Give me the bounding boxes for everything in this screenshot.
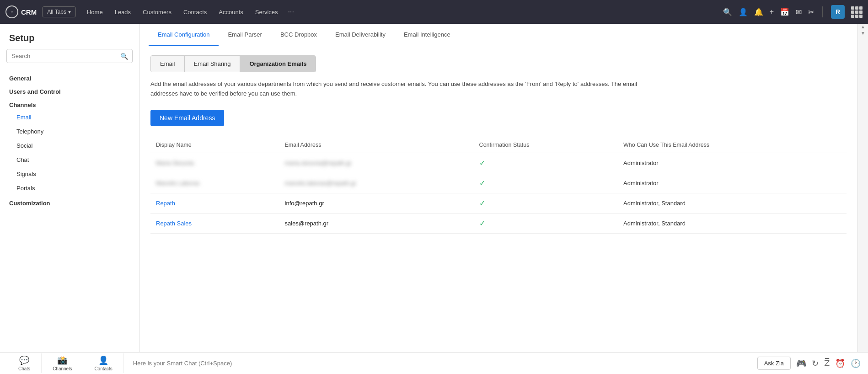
sidebar: Setup 🔍 General Users and Control Channe…: [0, 24, 139, 352]
calendar-icon[interactable]: 📅: [780, 8, 789, 16]
sidebar-title: Setup: [0, 24, 139, 49]
description-text: Add the email addresses of your various …: [150, 80, 654, 99]
blurred-email: manolis.laboras@repath.gr: [285, 180, 356, 187]
scroll-down-arrow[interactable]: ▼: [858, 30, 868, 37]
plus-icon[interactable]: +: [770, 8, 774, 16]
tab-email-parser[interactable]: Email Parser: [219, 24, 271, 46]
blurred-display-name: Maria Skounia: [156, 160, 194, 166]
search-input[interactable]: [6, 49, 133, 63]
email-table: Display Name Email Address Confirmation …: [150, 137, 847, 234]
bottom-chats[interactable]: 💬 Chats: [7, 353, 42, 373]
nav-home[interactable]: Home: [81, 6, 108, 18]
sidebar-item-telephony[interactable]: Telephony: [0, 124, 139, 139]
chats-label: Chats: [18, 366, 30, 371]
history-icon[interactable]: 🕐: [851, 358, 861, 369]
smart-chat-input[interactable]: [124, 360, 757, 367]
ask-zia-button[interactable]: Ask Zia: [757, 357, 791, 370]
bottom-contacts[interactable]: 👤 Contacts: [83, 353, 123, 373]
check-icon: ✓: [479, 159, 485, 167]
contacts-icon: 👤: [98, 355, 108, 365]
logo-icon: ○: [5, 5, 18, 18]
alarm-icon[interactable]: ⏰: [835, 358, 845, 369]
check-icon: ✓: [479, 219, 485, 227]
scroll-up-arrow[interactable]: ▲: [858, 24, 868, 30]
cell-email-address: info@repath.gr: [279, 193, 474, 213]
nav-more-dots[interactable]: ···: [284, 5, 298, 19]
nav-services[interactable]: Services: [250, 6, 284, 18]
top-navigation: ○ CRM All Tabs ▾ Home Leads Customers Co…: [0, 0, 868, 24]
sidebar-item-social[interactable]: Social: [0, 139, 139, 153]
top-tabs: Email Configuration Email Parser BCC Dro…: [139, 24, 857, 46]
table-row: Repath Salessales@repath.gr✓Administrato…: [150, 213, 847, 233]
cell-email-address: manolis.laboras@repath.gr: [279, 173, 474, 193]
email-address-value: info@repath.gr: [285, 200, 324, 207]
sidebar-section-users-control[interactable]: Users and Control: [0, 84, 139, 97]
channels-label: Channels: [53, 366, 72, 371]
scroll-arrows: ▲ ▼: [857, 24, 868, 352]
nav-right-actions: 🔍 👤 🔔 + 📅 ✉ ✂ R: [723, 5, 863, 19]
cell-display-name: Manolis Laboras: [150, 173, 279, 193]
crm-logo: ○ CRM: [5, 5, 37, 18]
content-body: Email Email Sharing Organization Emails …: [139, 46, 857, 352]
sidebar-item-signals[interactable]: Signals: [0, 167, 139, 181]
tab-email-deliverability[interactable]: Email Deliverability: [326, 24, 395, 46]
sidebar-item-email[interactable]: Email: [0, 110, 139, 124]
all-tabs-label: All Tabs: [47, 9, 66, 15]
table-row: Repathinfo@repath.gr✓Administrator, Stan…: [150, 193, 847, 213]
refresh-icon[interactable]: ↻: [812, 358, 819, 369]
tab-bcc-dropbox[interactable]: BCC Dropbox: [271, 24, 326, 46]
chevron-down-icon: ▾: [68, 9, 71, 15]
nav-customers[interactable]: Customers: [137, 6, 177, 18]
search-icon: 🔍: [120, 53, 128, 60]
bottom-channels[interactable]: 📸 Channels: [42, 353, 83, 373]
new-email-address-button[interactable]: New Email Address: [150, 110, 224, 126]
col-confirmation-status: Confirmation Status: [474, 137, 618, 153]
tab-email-intelligence[interactable]: Email Intelligence: [395, 24, 460, 46]
sidebar-section-customization[interactable]: Customization: [0, 195, 139, 208]
cell-email-address: sales@repath.gr: [279, 213, 474, 233]
nav-leads[interactable]: Leads: [109, 6, 136, 18]
email-address-value: sales@repath.gr: [285, 220, 329, 227]
tab-email-configuration[interactable]: Email Configuration: [149, 24, 219, 46]
cell-display-name[interactable]: Repath Sales: [150, 213, 279, 233]
main-layout: Setup 🔍 General Users and Control Channe…: [0, 24, 868, 352]
sidebar-item-chat[interactable]: Chat: [0, 153, 139, 167]
bell-icon[interactable]: 🔔: [754, 8, 763, 16]
sub-tab-email[interactable]: Email: [151, 56, 185, 72]
contacts-icon[interactable]: 👤: [739, 8, 748, 16]
sidebar-section-channels[interactable]: Channels: [0, 97, 139, 110]
cell-confirmation-status: ✓: [474, 153, 618, 173]
col-email-address: Email Address: [279, 137, 474, 153]
all-tabs-button[interactable]: All Tabs ▾: [42, 6, 76, 17]
cell-display-name[interactable]: Repath: [150, 193, 279, 213]
cell-confirmation-status: ✓: [474, 213, 618, 233]
gamepad-icon[interactable]: 🎮: [796, 358, 806, 369]
sub-tab-organization-emails[interactable]: Organization Emails: [240, 56, 316, 72]
channels-icon: 📸: [57, 355, 67, 365]
content-area: Email Configuration Email Parser BCC Dro…: [139, 24, 857, 352]
email-icon[interactable]: ✉: [796, 8, 802, 16]
cell-display-name: Maria Skounia: [150, 153, 279, 173]
nav-links: Home Leads Customers Contacts Accounts S…: [81, 5, 721, 19]
display-name-link[interactable]: Repath Sales: [156, 220, 192, 227]
sub-tab-email-sharing[interactable]: Email Sharing: [185, 56, 241, 72]
nav-accounts[interactable]: Accounts: [213, 6, 248, 18]
user-avatar[interactable]: R: [831, 5, 845, 19]
cell-who-can-use: Administrator: [618, 153, 847, 173]
cell-who-can-use: Administrator: [618, 173, 847, 193]
cell-confirmation-status: ✓: [474, 193, 618, 213]
display-name-link[interactable]: Repath: [156, 200, 175, 207]
bottom-bar: 💬 Chats 📸 Channels 👤 Contacts Ask Zia 🎮 …: [0, 352, 868, 374]
cell-who-can-use: Administrator, Standard: [618, 213, 847, 233]
sidebar-section-general[interactable]: General: [0, 70, 139, 84]
tools-icon[interactable]: ✂: [808, 8, 814, 16]
apps-grid-icon[interactable]: [851, 6, 863, 18]
sidebar-item-portals[interactable]: Portals: [0, 181, 139, 195]
search-icon[interactable]: 🔍: [723, 8, 732, 16]
logo-text: CRM: [21, 8, 37, 16]
blurred-display-name: Manolis Laboras: [156, 180, 199, 187]
nav-contacts[interactable]: Contacts: [178, 6, 212, 18]
zia-icon[interactable]: Z̅: [824, 358, 830, 369]
contacts-label: Contacts: [94, 366, 112, 371]
blurred-email: maria.skounia@repath.gr: [285, 160, 352, 166]
